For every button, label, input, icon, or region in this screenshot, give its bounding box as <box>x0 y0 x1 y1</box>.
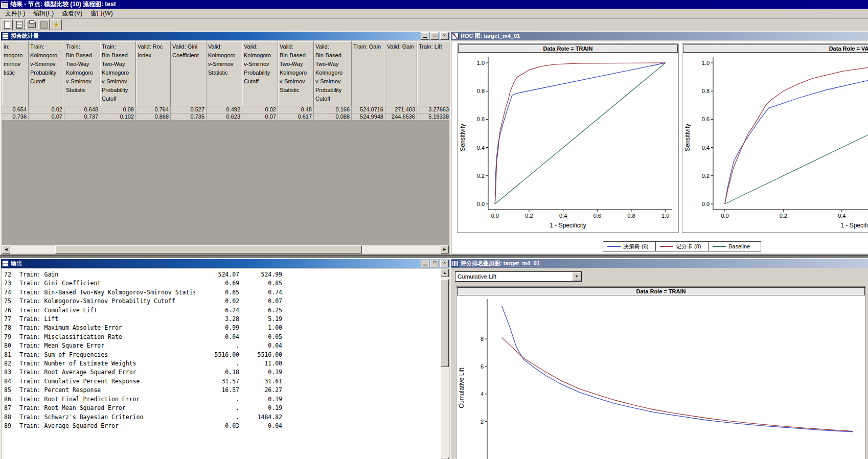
table-cell[interactable]: 0.166 <box>314 106 352 113</box>
menu-item[interactable]: 窗口(W) <box>86 9 117 18</box>
column-header[interactable]: Valid: Bin-Based Two-Way Kolmogoro v-Smi… <box>314 41 352 106</box>
table-cell[interactable]: 3.27663 <box>417 106 449 113</box>
cumulative-lift-plot[interactable]: 204060801002468 <box>467 296 865 459</box>
column-header[interactable]: Train: Kolmogoro v-Smirnov Probability C… <box>29 41 64 106</box>
table-cell[interactable]: 0.088 <box>314 113 352 121</box>
table-cell[interactable]: 0.623 <box>207 113 242 121</box>
report-button[interactable] <box>14 19 25 30</box>
scrollbar-thumb[interactable] <box>441 279 449 367</box>
stop-icon <box>40 21 48 29</box>
table-cell[interactable]: 244.6536 <box>385 113 417 121</box>
score-rankings-panel: 评分排名叠加图: target_m4_01 Cumulative Lift ▼ … <box>450 258 868 459</box>
column-header[interactable]: Valid: Kolmogoro v-Smirnov Probability C… <box>242 41 278 106</box>
table-cell[interactable]: 0.09 <box>100 106 136 113</box>
print-button[interactable] <box>26 19 37 30</box>
window-titlebar[interactable]: 结果 - 节点: 模型比较 (10) 流程图: test <box>0 0 868 9</box>
column-header[interactable]: Valid: Gain <box>385 41 417 106</box>
svg-text:0.2: 0.2 <box>702 173 710 179</box>
roc-chart-icon <box>452 33 459 39</box>
train-value: 0.02 <box>195 297 239 306</box>
scroll-right-button[interactable]: ▶ <box>441 245 449 254</box>
table-cell[interactable]: 271.483 <box>385 106 417 113</box>
table-cell[interactable]: 0.02 <box>29 106 64 113</box>
table-cell[interactable]: 0.737 <box>64 113 100 121</box>
menu-item[interactable]: 文件(F) <box>1 9 29 18</box>
menu-item[interactable]: 编辑(E) <box>29 9 58 18</box>
roc-validate-plot[interactable]: 0.00.20.40.60.81.00.00.20.40.60.81.0 <box>693 53 868 222</box>
menu-item[interactable]: 查看(V) <box>58 9 86 18</box>
table-cell[interactable]: 0.527 <box>171 106 207 113</box>
scroll-left-button[interactable]: ◀ <box>2 245 10 254</box>
table-cell[interactable]: 0.07 <box>242 113 278 121</box>
output-line: 84 Train: Cumulative Percent Response 31… <box>2 377 441 386</box>
svg-text:1.0: 1.0 <box>661 213 669 219</box>
scrollbar-track[interactable] <box>441 277 449 457</box>
statistic-label: Train: Mean Square Error <box>19 341 195 350</box>
column-header[interactable]: Train: Gain <box>352 41 385 106</box>
chart-type-dropdown[interactable]: Cumulative Lift ▼ <box>455 271 582 282</box>
table-cell[interactable]: 0.07 <box>29 113 64 121</box>
close-button[interactable]: × <box>440 260 449 267</box>
column-header[interactable]: Valid: Bin-Based Two-Way Kolmogoro v-Smi… <box>278 41 314 106</box>
minimize-button[interactable]: ▁ <box>421 32 429 40</box>
line-number: 89 <box>2 422 19 429</box>
roc-validate-chart: Data Role = VALIDATE Sensitivity 0.00.20… <box>682 43 868 233</box>
table-row: 0.736 0.07 0.737 0.102 0.868 0.735 0.6 <box>2 113 449 121</box>
scrollbar-thumb[interactable] <box>55 245 362 254</box>
close-button[interactable]: × <box>440 32 449 40</box>
table-cell[interactable]: 0.492 <box>207 106 242 113</box>
output-line: 79 Train: Misclassification Rate 0.04 0.… <box>2 333 441 341</box>
table-cell[interactable]: 0.48 <box>278 106 314 113</box>
table-cell[interactable]: 0.654 <box>2 106 29 113</box>
column-header[interactable]: in: mogoro mirnov tistic <box>2 41 29 106</box>
table-cell[interactable]: 0.02 <box>242 106 278 113</box>
scroll-up-button[interactable]: ▲ <box>441 269 449 277</box>
valid-value: 0.07 <box>239 297 282 306</box>
new-button[interactable] <box>2 19 13 30</box>
roc-train-plot[interactable]: 0.00.20.40.60.81.00.00.20.40.60.81.0 <box>468 53 678 222</box>
minimize-button[interactable]: ▁ <box>421 260 429 267</box>
vertical-scrollbar[interactable]: ▲ ▼ <box>441 269 449 459</box>
maximize-button[interactable]: □ <box>430 32 439 40</box>
table-cell[interactable]: 524.9948 <box>352 113 385 121</box>
statistic-label: Train: Bin-Based Two-Way Kolmogorov-Smir… <box>19 288 195 297</box>
column-header[interactable]: Valid: Kolmogoro v-Smirnov Statistic <box>207 41 242 106</box>
fit-statistics-titlebar[interactable]: 拟合统计量 ▁ □ × <box>1 32 450 40</box>
svg-text:4: 4 <box>481 391 484 397</box>
scrollbar-track[interactable] <box>10 245 441 254</box>
run-button[interactable] <box>51 19 62 30</box>
table-cell[interactable]: 0.764 <box>136 106 171 113</box>
column-header[interactable]: Train: Lift <box>417 41 449 106</box>
table-cell[interactable]: 0.102 <box>100 113 136 121</box>
valid-value: 0.04 <box>239 341 282 350</box>
table-cell[interactable]: 5.19338 <box>417 113 449 121</box>
table-cell[interactable]: 0.736 <box>2 113 29 121</box>
table-cell[interactable]: 0.868 <box>136 113 171 121</box>
column-header[interactable]: Train: Bin-Based Two-Way Kolmogoro v-Smi… <box>64 41 100 106</box>
maximize-button[interactable]: □ <box>430 260 439 267</box>
output-panel-titlebar[interactable]: 输出 ▁ □ × <box>1 259 450 268</box>
roc-panel-titlebar[interactable]: ROC 图: target_m4_01 <box>451 32 868 40</box>
table-cell[interactable]: 0.735 <box>171 113 207 121</box>
train-value: 16.57 <box>195 386 239 395</box>
column-header[interactable]: Valid: Roc Index <box>136 41 171 106</box>
chart-title: Data Role = VALIDATE <box>683 44 868 53</box>
column-header[interactable]: Train: Bin-Based Two-Way Kolmogoro v-Smi… <box>100 41 136 106</box>
table-cell[interactable]: 524.0716 <box>352 106 385 113</box>
stop-button[interactable] <box>38 19 50 30</box>
line-number: 74 <box>2 288 19 297</box>
svg-text:0.0: 0.0 <box>491 213 499 219</box>
column-header[interactable]: Valid: Gini Coefficient <box>171 41 207 106</box>
table-cell[interactable]: 0.648 <box>64 106 100 113</box>
table-cell[interactable]: 0.617 <box>278 113 314 121</box>
y-axis-label: Sensitivity <box>684 124 691 151</box>
y-axis-label-area: Sensitivity <box>682 53 693 222</box>
dropdown-arrow-button[interactable]: ▼ <box>572 272 581 281</box>
svg-text:0.4: 0.4 <box>477 145 485 151</box>
horizontal-scrollbar[interactable]: ◀ ▶ <box>2 245 449 254</box>
fit-statistics-table: in: mogoro mirnov tistic Train: Kolmogor… <box>2 41 449 254</box>
document-icon <box>16 21 22 29</box>
score-rankings-titlebar[interactable]: 评分排名叠加图: target_m4_01 <box>451 259 868 268</box>
score-rankings-title: 评分排名叠加图: target_m4_01 <box>461 260 868 267</box>
line-number: 82 <box>2 359 19 368</box>
